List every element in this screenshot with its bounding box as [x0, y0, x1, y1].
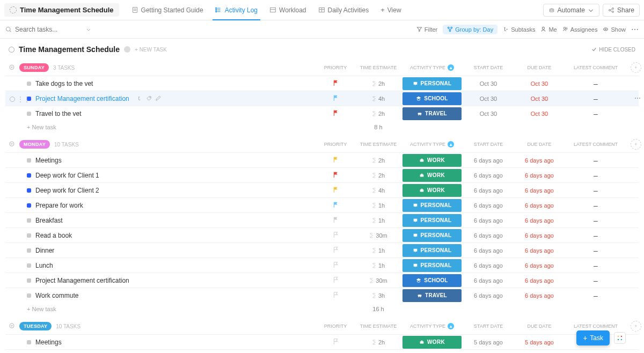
task-row[interactable]: ⋮⋮ Meetings 2h WORK 6 days ago 6 days ag… — [5, 152, 639, 167]
col-due-date[interactable]: DUE DATE — [515, 142, 564, 147]
task-name-cell[interactable]: Breakfast — [5, 217, 317, 224]
due-date-cell[interactable]: Oct 30 — [515, 80, 564, 87]
hide-closed-button[interactable]: HIDE CLOSED — [591, 47, 635, 53]
activity-type-cell[interactable]: WORK — [402, 184, 462, 197]
time-estimate-cell[interactable]: 1h — [354, 247, 402, 254]
edit-icon[interactable] — [155, 95, 161, 101]
status-square-icon[interactable] — [27, 82, 31, 86]
time-estimate-cell[interactable]: 2h — [354, 111, 402, 117]
latest-comment-cell[interactable]: – — [564, 171, 628, 180]
time-estimate-cell[interactable]: 2h — [354, 339, 402, 345]
subtasks-button[interactable]: Subtasks — [503, 26, 535, 33]
task-name-cell[interactable]: Read a book — [5, 232, 317, 239]
latest-comment-cell[interactable]: – — [564, 231, 628, 240]
task-name-cell[interactable]: Deep work for Client 1 — [5, 172, 317, 179]
status-square-icon[interactable] — [27, 263, 31, 268]
latest-comment-cell[interactable]: – — [564, 109, 628, 118]
search-input[interactable] — [15, 26, 79, 33]
task-row[interactable]: ⋮⋮ Take dogs to the vet 2h PERSONAL Oct … — [5, 76, 639, 91]
time-estimate-cell[interactable]: 30m — [354, 232, 402, 239]
task-name-cell[interactable]: Dinner — [5, 247, 317, 254]
due-date-cell[interactable]: 6 days ago — [515, 292, 564, 299]
col-priority[interactable]: PRIORITY — [317, 323, 354, 329]
time-estimate-cell[interactable]: 30m — [354, 277, 402, 284]
start-date-cell[interactable]: 5 days ago — [462, 339, 515, 345]
priority-cell[interactable] — [317, 201, 354, 210]
activity-type-cell[interactable]: PERSONAL — [402, 259, 462, 272]
latest-comment-cell[interactable]: – — [564, 79, 628, 88]
priority-cell[interactable] — [317, 261, 354, 270]
tag-icon[interactable] — [146, 95, 152, 101]
task-row[interactable]: ⋮⋮ Read a book 30m PERSONAL 6 days ago 6… — [5, 227, 639, 242]
col-time-estimate[interactable]: TIME ESTIMATE — [354, 142, 402, 147]
due-date-cell[interactable]: 6 days ago — [515, 277, 564, 284]
task-name-cell[interactable]: Take dogs to the vet — [5, 80, 317, 87]
add-column-button[interactable]: + — [631, 321, 641, 332]
status-square-icon[interactable] — [27, 248, 31, 253]
col-activity-type[interactable]: ACTIVITY TYPE▲ — [402, 141, 462, 148]
latest-comment-cell[interactable]: – — [564, 276, 628, 285]
tab-workload[interactable]: Workload — [264, 0, 312, 20]
automate-button[interactable]: Automate — [543, 4, 599, 17]
start-date-cell[interactable]: Oct 30 — [462, 95, 515, 102]
time-estimate-cell[interactable]: 1h — [354, 217, 402, 224]
due-date-cell[interactable]: 6 days ago — [515, 262, 564, 269]
tab-activity-log[interactable]: Activity Log — [209, 0, 264, 20]
start-date-cell[interactable]: Oct 30 — [462, 80, 515, 87]
start-date-cell[interactable]: 6 days ago — [462, 172, 515, 179]
time-estimate-cell[interactable]: 2h — [354, 157, 402, 164]
start-date-cell[interactable]: 6 days ago — [462, 247, 515, 254]
time-estimate-cell[interactable]: 2h — [354, 80, 402, 87]
priority-cell[interactable] — [317, 171, 354, 180]
me-button[interactable]: Me — [540, 26, 557, 33]
show-button[interactable]: Show — [603, 26, 626, 33]
task-name-cell[interactable]: Deep work for Client 2 — [5, 187, 317, 194]
priority-cell[interactable] — [317, 276, 354, 285]
due-date-cell[interactable]: Oct 30 — [515, 95, 564, 102]
task-name-cell[interactable]: Project Management certification — [5, 277, 317, 284]
collapse-toggle[interactable] — [9, 323, 14, 329]
tab-daily-activities[interactable]: Daily Activities — [312, 0, 375, 20]
share-button[interactable]: Share — [603, 4, 640, 17]
col-time-estimate[interactable]: TIME ESTIMATE — [354, 323, 402, 329]
activity-type-cell[interactable]: PERSONAL — [402, 214, 462, 227]
task-name-cell[interactable]: Lunch — [5, 262, 317, 269]
task-row[interactable]: ⋮⋮ Deep work for Client 2 4h WORK 6 days… — [5, 182, 639, 197]
activity-type-cell[interactable]: PERSONAL — [402, 244, 462, 257]
task-row[interactable]: ⋮⋮ Project Management certification 30m … — [5, 273, 639, 288]
add-task-button[interactable]: + New task — [5, 124, 317, 130]
task-row[interactable]: ⋮⋮ Project Management certification 4h S… — [5, 91, 639, 106]
row-more-icon[interactable]: ⋯ — [634, 94, 641, 102]
due-date-cell[interactable]: 6 days ago — [515, 217, 564, 224]
priority-cell[interactable] — [317, 186, 354, 195]
start-date-cell[interactable]: Oct 30 — [462, 111, 515, 117]
time-estimate-cell[interactable]: 1h — [354, 262, 402, 269]
col-time-estimate[interactable]: TIME ESTIMATE — [354, 65, 402, 70]
start-date-cell[interactable]: 6 days ago — [462, 292, 515, 299]
col-start-date[interactable]: START DATE — [462, 323, 515, 329]
task-row[interactable]: ⋮⋮ Dinner 1h PERSONAL 6 days ago 6 days … — [5, 242, 639, 258]
col-priority[interactable]: PRIORITY — [317, 65, 354, 70]
fab-menu-button[interactable] — [614, 332, 626, 344]
due-date-cell[interactable]: 5 days ago — [515, 339, 564, 345]
task-row[interactable]: ⋮⋮ Travel to the vet 2h TRAVEL Oct 30 Oc… — [5, 106, 639, 121]
activity-type-cell[interactable]: TRAVEL — [402, 107, 462, 120]
time-estimate-cell[interactable]: 1h — [354, 202, 402, 209]
col-latest-comment[interactable]: LATEST COMMENT — [564, 65, 628, 70]
priority-cell[interactable] — [317, 156, 354, 165]
due-date-cell[interactable]: 6 days ago — [515, 232, 564, 239]
due-date-cell[interactable]: 6 days ago — [515, 172, 564, 179]
group-by-button[interactable]: Group by: Day — [443, 25, 497, 34]
col-start-date[interactable]: START DATE — [462, 142, 515, 147]
task-name-cell[interactable]: Meetings — [5, 157, 317, 164]
activity-type-cell[interactable]: WORK — [402, 169, 462, 182]
add-task-button[interactable]: + New task — [5, 306, 317, 312]
collapse-toggle[interactable] — [9, 141, 14, 147]
activity-type-cell[interactable]: WORK — [402, 154, 462, 167]
activity-type-cell[interactable]: TRAVEL — [402, 289, 462, 302]
activity-type-cell[interactable]: SCHOOL — [402, 274, 462, 287]
task-name-cell[interactable]: Prepare for work — [5, 202, 317, 209]
time-estimate-cell[interactable]: 4h — [354, 95, 402, 102]
col-latest-comment[interactable]: LATEST COMMENT — [564, 323, 628, 329]
activity-type-cell[interactable]: PERSONAL — [402, 199, 462, 212]
